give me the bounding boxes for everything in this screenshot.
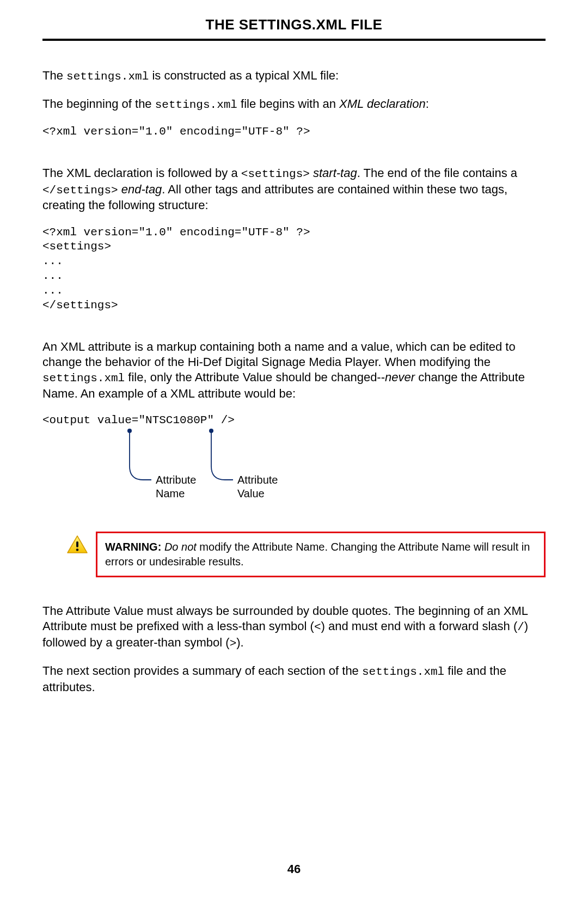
header-rule [42,39,546,41]
diagram-label-name: Attribute Name [156,473,196,501]
code-inline: settings.xml [66,70,149,83]
italic-text: Do not [161,541,196,553]
warning-label: WARNING: [105,541,161,553]
code-inline: < [314,621,321,633]
para-intro: The settings.xml is constructed as a typ… [42,68,546,84]
text: ). [236,636,243,649]
italic-text: XML declaration [339,97,426,111]
svg-rect-2 [76,541,78,547]
para-settings-tag: The XML declaration is followed by a <se… [42,166,546,213]
text: The beginning of the [42,97,155,111]
code-block-output: <output value="NTSC1080P" /> [42,413,546,428]
text: : [426,97,429,111]
italic-text: end-tag [118,182,162,196]
code-inline: settings.xml [42,372,125,385]
warning-callout: WARNING: Do not modify the Attribute Nam… [66,532,546,577]
code-inline: settings.xml [362,666,444,678]
text: Value [237,487,265,499]
text: is constructed as a typical XML file: [149,69,339,82]
para-attribute-def: An XML attribute is a markup containing … [42,339,546,401]
warning-icon [66,535,88,557]
code-inline: > [230,637,237,650]
para-next-section: The next section provides a summary of e… [42,663,546,695]
text: An XML attribute is a markup containing … [42,340,516,369]
text: The next section provides a summary of e… [42,664,362,678]
text: Attribute [156,474,196,486]
diagram-label-value: Attribute Value [237,473,278,501]
text: The [42,69,66,82]
italic-text: start-tag [310,166,357,180]
para-quotes: The Attribute Value must always be surro… [42,603,546,651]
text: The XML declaration is followed by a [42,166,241,180]
italic-text: never [385,370,415,384]
code-inline: settings.xml [155,99,237,111]
para-beginning: The beginning of the settings.xml file b… [42,96,546,113]
text: file begins with an [237,97,339,111]
attribute-diagram: Attribute Name Attribute Value [42,428,546,510]
code-inline: <settings> [241,168,310,180]
text: Attribute [237,474,278,486]
page-number: 46 [0,862,588,876]
text: ) and must end with a forward slash ( [321,619,518,633]
code-inline: </settings> [42,184,118,197]
code-block-structure: <?xml version="1.0" encoding="UTF-8" ?> … [42,225,546,313]
code-block-declaration: <?xml version="1.0" encoding="UTF-8" ?> [42,125,546,139]
text: . The end of the file contains a [357,166,517,180]
text: Name [156,487,185,499]
svg-point-3 [76,548,79,551]
page-title: THE SETTINGS.XML FILE [42,16,546,39]
warning-box: WARNING: Do not modify the Attribute Nam… [96,532,546,577]
code-inline: / [517,621,524,633]
text: file, only the Attribute Value should be… [125,370,385,384]
